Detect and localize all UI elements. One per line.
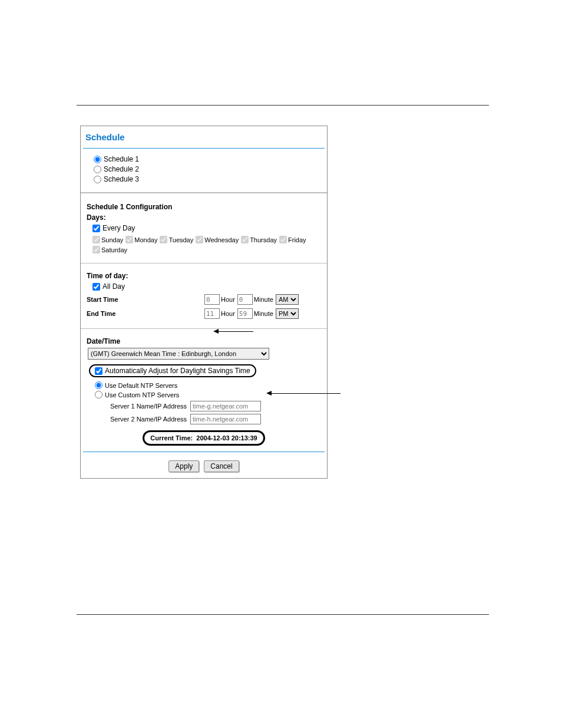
schedule-2-label: Schedule 2 — [104, 165, 139, 173]
wednesday-label: Wednesday — [204, 236, 239, 243]
timezone-select[interactable]: (GMT) Greenwich Mean Time : Edinburgh, L… — [88, 348, 269, 360]
start-minute-input[interactable] — [237, 294, 253, 305]
monday-checkbox — [125, 236, 133, 243]
saturday-checkbox — [92, 246, 100, 253]
sunday-checkbox — [92, 236, 100, 243]
start-ampm-select[interactable]: AM — [276, 294, 299, 305]
wednesday-checkbox — [196, 236, 203, 243]
days-of-week: Sunday Monday Tuesday Wednesday Thursday… — [87, 236, 321, 253]
every-day-checkbox[interactable] — [92, 225, 100, 232]
dst-highlight: Automatically Adjust for Daylight Saving… — [89, 364, 256, 377]
time-of-day-heading: Time of day: — [87, 272, 321, 280]
current-time-label: Current Time: — [150, 434, 193, 442]
server1-label: Server 1 Name/IP Address — [110, 403, 187, 410]
schedule-2-radio[interactable] — [94, 166, 101, 173]
schedule-panel: Schedule Schedule 1 Schedule 2 Schedule … — [80, 126, 328, 479]
sunday-label: Sunday — [101, 236, 123, 243]
time-of-day-section: Time of day: All Day Start Time Hour Min… — [81, 267, 327, 325]
start-hour-input[interactable] — [204, 294, 220, 305]
schedule-1-label: Schedule 1 — [104, 155, 139, 163]
schedule-3-label: Schedule 3 — [104, 175, 139, 183]
custom-ntp-radio[interactable] — [95, 391, 103, 398]
panel-title: Schedule — [81, 126, 327, 148]
start-time-label: Start Time — [87, 296, 204, 303]
cancel-button[interactable]: Cancel — [204, 460, 239, 472]
dst-label: Automatically Adjust for Daylight Saving… — [105, 367, 250, 375]
server1-input[interactable] — [190, 401, 261, 411]
current-time-value: 2004-12-03 20:13:39 — [196, 434, 257, 442]
days-heading: Days: — [87, 213, 321, 222]
every-day-label: Every Day — [103, 224, 135, 232]
divider — [81, 192, 327, 193]
current-time-highlight: Current Time: 2004-12-03 20:13:39 — [143, 430, 265, 446]
footer-underline — [83, 452, 325, 452]
days-section: Schedule 1 Configuration Days: Every Day… — [81, 198, 327, 259]
callout-arrow-current-time — [271, 393, 340, 394]
end-hour-input[interactable] — [204, 308, 220, 319]
callout-arrow-dst — [218, 331, 253, 332]
end-time-label: End Time — [87, 310, 204, 317]
datetime-section: Date/Time (GMT) Greenwich Mean Time : Ed… — [81, 332, 327, 452]
server2-label: Server 2 Name/IP Address — [110, 416, 187, 423]
divider — [81, 328, 327, 329]
server2-input[interactable] — [190, 414, 261, 424]
schedule-3-radio[interactable] — [94, 176, 101, 183]
friday-label: Friday — [288, 236, 306, 243]
divider — [81, 263, 327, 263]
title-underline — [83, 148, 325, 149]
end-ampm-select[interactable]: PM — [276, 308, 299, 319]
minute-label: Minute — [254, 310, 273, 317]
divider-top — [77, 105, 489, 106]
dst-checkbox[interactable] — [95, 367, 103, 375]
apply-button[interactable]: Apply — [168, 460, 199, 472]
datetime-heading: Date/Time — [87, 337, 321, 345]
default-ntp-label: Use Default NTP Servers — [105, 382, 177, 389]
minute-label: Minute — [254, 296, 273, 303]
saturday-label: Saturday — [101, 246, 127, 253]
monday-label: Monday — [134, 236, 157, 243]
thursday-label: Thursday — [250, 236, 277, 243]
divider-bottom — [77, 614, 489, 615]
all-day-label: All Day — [103, 282, 125, 291]
tuesday-checkbox — [160, 236, 167, 243]
end-minute-input[interactable] — [237, 308, 253, 319]
tuesday-label: Tuesday — [168, 236, 193, 243]
config-heading: Schedule 1 Configuration — [87, 203, 321, 211]
thursday-checkbox — [241, 236, 249, 243]
schedule-select-section: Schedule 1 Schedule 2 Schedule 3 — [81, 151, 327, 187]
schedule-1-radio[interactable] — [94, 156, 101, 163]
default-ntp-radio[interactable] — [95, 381, 103, 389]
friday-checkbox — [279, 236, 287, 243]
button-row: Apply Cancel — [81, 454, 327, 478]
hour-label: Hour — [221, 310, 235, 317]
all-day-checkbox[interactable] — [92, 283, 100, 291]
hour-label: Hour — [221, 296, 235, 303]
custom-ntp-label: Use Custom NTP Servers — [105, 391, 179, 398]
